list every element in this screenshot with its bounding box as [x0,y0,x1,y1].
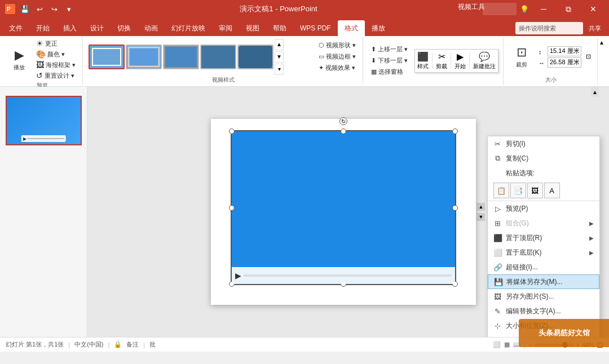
style-scroll-more[interactable]: ▾ [275,64,284,75]
tab-slideshow[interactable]: 幻灯片放映 [165,20,212,36]
save-icon[interactable]: 💾 [19,3,30,15]
video-effect-button[interactable]: ✦ 视频效果 ▾ [316,63,358,73]
video-style-3[interactable] [163,45,199,69]
video-object[interactable]: ↻ ▶ [231,130,456,285]
ctx-save-media[interactable]: 💾 将媒体另存为(M)... [488,274,599,289]
play-button[interactable]: ▶ 播放 [7,43,32,77]
crop-button[interactable]: ⊡ 裁剪 [509,40,534,74]
move-up-button[interactable]: ⬆ 上移一层 ▾ [369,45,410,55]
help-icon[interactable]: 💡 [519,3,530,15]
height-input[interactable] [548,46,581,56]
ctx-paste-label-text: 粘贴选项: [506,168,594,178]
size-group-label: 大小 [545,75,557,84]
ctx-bring-front[interactable]: ⬛ 置于顶层(R) ▶ [488,230,599,245]
minimize-button[interactable]: ─ [532,1,555,17]
language-label[interactable]: 中文(中国) [74,340,103,349]
ctx-preview[interactable]: ▷ 预览(P) [488,201,599,216]
tab-help[interactable]: 帮助 [266,20,293,36]
redesign-button[interactable]: ↺ 重置设计 ▾ [34,70,78,81]
select-pane-label: 选择窗格 [378,68,403,76]
mini-style-btn[interactable]: ⬛ 样式 [417,51,429,70]
search-box-small[interactable] [483,3,517,15]
handle-top-middle[interactable] [341,128,346,134]
undo-icon[interactable]: ↩ [34,3,45,15]
color-button[interactable]: 🎨 颜色 ▾ [34,49,78,59]
ctx-save-image[interactable]: 🖼 另存为图片(S)... [488,289,599,304]
style-scroll-up[interactable]: ▲ [275,39,284,50]
tab-transition[interactable]: 切换 [111,20,138,36]
ctx-group[interactable]: ⊞ 组合(G) ▶ [488,216,599,230]
group-arrow: ▶ [589,220,594,227]
redo-icon[interactable]: ↪ [48,3,60,15]
poster-button[interactable]: 🖼 海报框架 ▾ [34,60,78,70]
handle-top-right[interactable] [452,128,458,134]
ctx-cut[interactable]: ✂ 剪切(I) [488,136,599,151]
video-play-button[interactable]: ▶ [235,271,241,280]
video-style-1[interactable] [89,45,125,69]
scroll-up-button[interactable]: ▲ [591,87,599,97]
style-scroll-down[interactable]: ▼ [275,51,284,63]
search-input[interactable]: 操作说明搜索 [515,22,583,34]
video-progress-bar[interactable] [244,274,452,277]
ribbon-scroll-up[interactable]: ▲ [599,37,607,85]
view-normal-icon[interactable]: ⬜ [493,341,501,348]
move-down-button[interactable]: ⬇ 下移一层 ▾ [369,56,410,66]
send-back-arrow: ▶ [589,250,594,256]
handle-middle-right[interactable] [452,205,458,211]
video-shape-button[interactable]: ⬡ 视频形状 ▾ [316,41,358,51]
slide-thumbnail-1[interactable]: ▶ [6,96,82,145]
size-expand-button[interactable]: ⊡ [586,53,593,60]
mini-crop-btn[interactable]: ✂ 剪裁 [436,51,447,70]
tab-play[interactable]: 播放 [365,20,392,36]
close-button[interactable]: ✕ [582,1,604,17]
paste-opt-4[interactable]: A [544,183,560,198]
video-style-4[interactable] [200,45,236,69]
restore-button[interactable]: ⧉ [557,1,580,17]
ctx-hyperlink[interactable]: 🔗 超链接(I)... [488,260,599,274]
group-icon: ⊞ [493,219,502,228]
comments-button[interactable]: 批 [149,340,156,349]
ctx-send-back[interactable]: ⬜ 置于底层(K) ▶ [488,245,599,260]
video-shape-arrow: ▾ [352,42,356,49]
slide-1-container: 1 ★ ▶ [2,96,85,145]
paste-opt-3[interactable]: 🖼 [527,183,543,198]
mini-comment-btn[interactable]: 💬 新建批注 [473,51,496,70]
tab-wpspdf[interactable]: WPS PDF [293,20,338,36]
mini-start-btn[interactable]: ▶ 开始 [454,51,466,70]
width-input[interactable] [548,57,581,68]
view-slideshow-icon[interactable]: ▦ [504,341,510,348]
scroll-up-arrow[interactable]: ▲ [477,203,485,211]
tab-format[interactable]: 格式 [338,20,365,36]
paste-opt-2[interactable]: 📑 [510,183,526,198]
video-style-5[interactable] [237,45,273,69]
share-button[interactable]: 共享 [585,24,604,33]
scroll-down-arrow[interactable]: ▼ [477,213,485,221]
tab-insert[interactable]: 插入 [56,20,83,36]
slide-play-icon: ▶ [23,136,27,141]
slide-info: 幻灯片 第1张，共1张 [6,340,64,349]
video-style-2[interactable] [126,45,162,69]
mini-crop-icon: ✂ [438,51,445,62]
paste-opt-1[interactable]: 📋 [493,183,509,198]
video-styles-group-label: 视频样式 [212,75,235,84]
handle-middle-left[interactable] [229,205,235,211]
ctx-edit-alt[interactable]: ✎ 编辑替换文字(A)... [488,304,599,318]
tab-review[interactable]: 审阅 [212,20,239,36]
rotation-handle[interactable]: ↻ [339,117,347,125]
tab-animation[interactable]: 动画 [138,20,165,36]
correct-button[interactable]: ☀ 更正 [34,38,78,48]
customize-icon[interactable]: ▾ [63,3,74,15]
ctx-save-image-label: 另存为图片(S)... [506,292,594,301]
select-pane-button[interactable]: ▦ 选择窗格 [369,67,410,77]
tab-view[interactable]: 视图 [239,20,266,36]
video-border-button[interactable]: ▭ 视频边框 ▾ [316,52,358,62]
ctx-save-media-label: 将媒体另存为(M)... [506,277,593,287]
handle-top-left[interactable] [229,128,235,134]
tab-design[interactable]: 设计 [83,20,111,36]
tab-file[interactable]: 文件 [2,20,29,36]
height-icon: ↕ [539,47,546,55]
tab-home[interactable]: 开始 [29,20,56,36]
svg-text:↔: ↔ [539,60,545,66]
notes-button[interactable]: 备注 [126,340,139,349]
ctx-copy[interactable]: ⧉ 复制(C) [488,151,599,166]
